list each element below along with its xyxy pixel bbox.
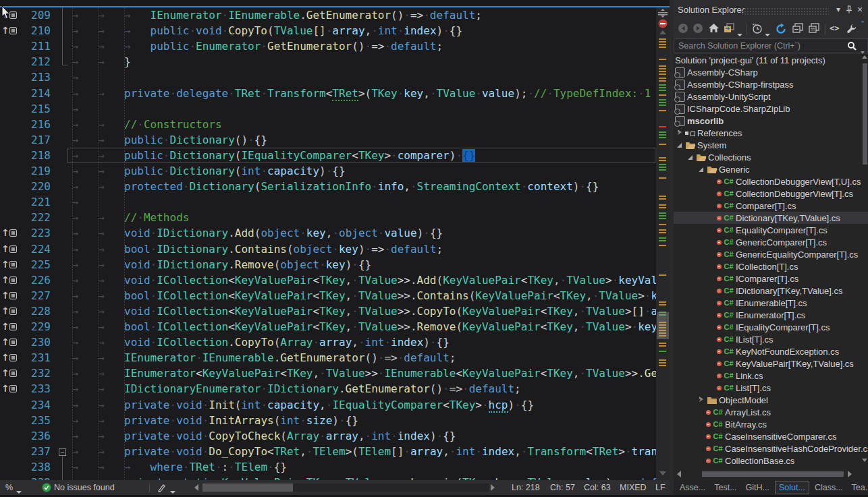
tree-item-idictionary-tkey-tvalue-cs[interactable]: C#IDictionary[TKey,TValue].cs: [674, 285, 868, 297]
home-icon[interactable]: [708, 23, 720, 35]
scrollbar-thumb[interactable]: [702, 471, 844, 477]
code-line-238[interactable]: →→→where·TRet·:·TElem·{}: [69, 459, 287, 475]
code-line-209[interactable]: →→→IEnumerator·IEnumerable.GetEnumerator…: [69, 7, 482, 23]
code-line-214[interactable]: →→private·delegate·TRet·Transform<TRet>(…: [69, 86, 651, 101]
view-code-icon[interactable]: <>: [830, 23, 842, 35]
tree-item-collectionbase-cs[interactable]: C#CollectionBase.cs: [674, 455, 868, 467]
tree-item-system[interactable]: System: [674, 139, 868, 151]
code-line-239[interactable]: →→private·static·KeyValuePair<TKey,·TVal…: [69, 475, 670, 480]
pen-dropdown-caret[interactable]: [170, 486, 175, 496]
tree-item-references[interactable]: References: [674, 127, 868, 139]
pending-changes-filter-icon[interactable]: [751, 23, 763, 35]
tree-item-caseinsensitivehashcodeprovider-cs[interactable]: C#CaseInsensitiveHashCodeProvider.cs: [674, 442, 868, 455]
scroll-down-arrow[interactable]: [862, 459, 867, 462]
close-icon[interactable]: ×: [855, 4, 865, 15]
back-icon[interactable]: [678, 23, 690, 35]
code-line-230[interactable]: →→void·ICollection.CopyTo(Array·array,·i…: [69, 334, 450, 350]
code-line-229[interactable]: →→bool·ICollection<KeyValuePair<TKey,·TV…: [69, 319, 670, 334]
forward-icon[interactable]: [693, 23, 705, 35]
tree-item-collectiondebuggerview-t-cs[interactable]: C#CollectionDebuggerView[T].cs: [674, 187, 868, 200]
collapse-all-icon[interactable]: [792, 23, 805, 35]
window-position-caret-icon[interactable]: ▾: [833, 4, 844, 15]
tree-item-link-cs[interactable]: C#Link.cs: [674, 370, 868, 382]
panel-tab-class[interactable]: Class...: [811, 481, 846, 494]
search-icon[interactable]: [847, 41, 857, 51]
code-line-233[interactable]: →→IDictionaryEnumerator·IDictionary.GetE…: [69, 381, 521, 397]
code-line-232[interactable]: →→IEnumerator<KeyValuePair<TKey,·TValue>…: [69, 366, 670, 381]
tree-item-assembly-csharp-firstpass[interactable]: Assembly-CSharp-firstpass: [674, 78, 868, 90]
tree-item-dictionary-tkey-tvalue-cs[interactable]: C#Dictionary[TKey,TValue].cs: [674, 212, 868, 224]
code-line-216[interactable]: →→//·Constructors: [69, 117, 222, 132]
code-line-231[interactable]: →→IEnumerator·IEnumerable.GetEnumerator(…: [69, 350, 456, 366]
tree-item-iequalitycomparer-t-cs[interactable]: C#IEqualityComparer[T].cs: [674, 321, 868, 333]
expander-expanded-icon[interactable]: [676, 139, 685, 151]
health-status-text[interactable]: No issues found: [54, 483, 115, 492]
code-line-236[interactable]: →→private·void·CopyToCheck(Array·array,·…: [69, 428, 456, 444]
properties-wrench-icon[interactable]: [846, 23, 858, 35]
tree-vertical-scrollbar[interactable]: [862, 54, 868, 468]
tree-item-assembly-csharp[interactable]: Assembly-CSharp: [674, 66, 868, 78]
pen-marks-icon[interactable]: [157, 483, 167, 493]
code-line-234[interactable]: →→private·void·Init(int·capacity,·IEqual…: [69, 397, 534, 413]
toolbar-overflow-icon[interactable]: '': [861, 20, 868, 32]
scroll-down-arrow[interactable]: [659, 471, 666, 475]
tree-item-caseinsensitivecomparer-cs[interactable]: C#CaseInsensitiveComparer.cs: [674, 430, 868, 442]
hscroll-left-arrow[interactable]: [194, 484, 198, 491]
tree-item-icollection-t-cs[interactable]: C#ICollection[T].cs: [674, 260, 868, 272]
tree-item-icsharpcode-sharpziplib[interactable]: ICSharpCode.SharpZipLib: [674, 103, 868, 115]
tree-item-objectmodel[interactable]: ObjectModel: [674, 394, 868, 406]
show-all-files-icon[interactable]: [809, 23, 821, 35]
code-editor[interactable]: ↑↑↑↑↑↑↑↑↑↑↑↑↑ 20921021121221321421521621…: [0, 7, 670, 480]
scroll-up-arrow[interactable]: [659, 30, 666, 34]
search-input[interactable]: Search Solution Explorer (Ctrl+¨): [674, 38, 868, 53]
tree-item-keyvaluepair-tkey-tvalue-cs[interactable]: C#KeyValuePair[TKey,TValue].cs: [674, 357, 868, 370]
panel-tab-solut[interactable]: Solut...: [775, 481, 809, 494]
zoom-control[interactable]: %: [5, 483, 13, 492]
code-line-224[interactable]: →→bool·IDictionary.Contains(object·key)·…: [69, 241, 443, 257]
tree-item-comparer-t-cs[interactable]: C#Comparer[T].cs: [674, 200, 868, 212]
expander-collapsed-icon[interactable]: [697, 394, 707, 406]
code-line-218[interactable]: →→public·Dictionary(IEqualityComparer<TK…: [69, 148, 475, 163]
tree-item-genericequalitycomparer-t-cs[interactable]: C#GenericEqualityComparer[T].cs: [674, 248, 868, 260]
code-line-213[interactable]: →: [69, 69, 99, 85]
code-line-227[interactable]: →→bool·ICollection<KeyValuePair<TKey,·TV…: [69, 288, 670, 303]
tree-item-list-t-cs[interactable]: C#List[T].cs: [674, 382, 868, 394]
scroll-left-arrow[interactable]: [677, 471, 681, 477]
split-editor-grip-icon[interactable]: [657, 9, 668, 18]
code-line-237[interactable]: →→private·void·Do_CopyTo<TRet,·TElem>(TE…: [69, 444, 670, 459]
code-line-220[interactable]: →→protected·Dictionary(SerializationInfo…: [69, 179, 599, 194]
scroll-up-arrow[interactable]: [862, 55, 867, 59]
collapse-region-button[interactable]: −: [59, 448, 66, 456]
tree-item-ienumerable-t-cs[interactable]: C#IEnumerable[T].cs: [674, 297, 868, 309]
scrollbar-thumb[interactable]: [657, 312, 669, 339]
editor-horizontal-scrollbar[interactable]: [202, 484, 489, 492]
code-line-212[interactable]: →→}: [69, 54, 131, 69]
sync-with-active-document-icon[interactable]: [724, 23, 736, 35]
tree-item-solution-project-gui-11-of-11-projects-[interactable]: Solution 'project-gui' (11 of 11 project…: [674, 54, 868, 66]
scrollbar-thumb[interactable]: [202, 484, 293, 492]
editor-vertical-scrollbar[interactable]: [656, 7, 670, 480]
expander-expanded-icon[interactable]: [697, 163, 707, 175]
scrollbar-thumb[interactable]: [863, 63, 867, 165]
panel-tab-asse[interactable]: Asse...: [676, 481, 709, 494]
tree-item-keynotfoundexception-cs[interactable]: C#KeyNotFoundException.cs: [674, 345, 868, 357]
code-line-235[interactable]: →→private·void·InitArrays(int·size)·{}: [69, 413, 358, 428]
panel-tab-tea[interactable]: Tea...: [848, 481, 868, 494]
zoom-dropdown-caret[interactable]: [16, 486, 22, 496]
code-line-217[interactable]: →→public·Dictionary()·{}: [69, 132, 267, 148]
tree-item-icomparer-t-cs[interactable]: C#IComparer[T].cs: [674, 272, 868, 285]
refresh-icon[interactable]: [775, 23, 787, 35]
panel-tab-test[interactable]: Test...: [711, 481, 740, 494]
tree-item-mscorlib[interactable]: mscorlib: [674, 115, 868, 127]
tree-item-genericcomparer-t-cs[interactable]: C#GenericComparer[T].cs: [674, 236, 868, 248]
code-line-226[interactable]: →→void·ICollection<KeyValuePair<TKey,·TV…: [69, 272, 670, 288]
tree-item-generic[interactable]: Generic: [674, 163, 868, 175]
code-line-222[interactable]: →→//·Methods: [69, 210, 189, 225]
scroll-right-arrow[interactable]: [848, 471, 852, 477]
tree-item-ienumerator-t-cs[interactable]: C#IEnumerator[T].cs: [674, 309, 868, 321]
code-line-210[interactable]: →→→public·void·CopyTo(TValue[]·array,·in…: [69, 23, 462, 38]
code-line-225[interactable]: →→void·IDictionary.Remove(object·key)·{}: [69, 257, 371, 272]
code-line-219[interactable]: →→public·Dictionary(int·capacity)·{}: [69, 163, 346, 179]
expander-expanded-icon[interactable]: [686, 151, 696, 163]
code-line-223[interactable]: →→void·IDictionary.Add(object·key,·objec…: [69, 225, 443, 241]
